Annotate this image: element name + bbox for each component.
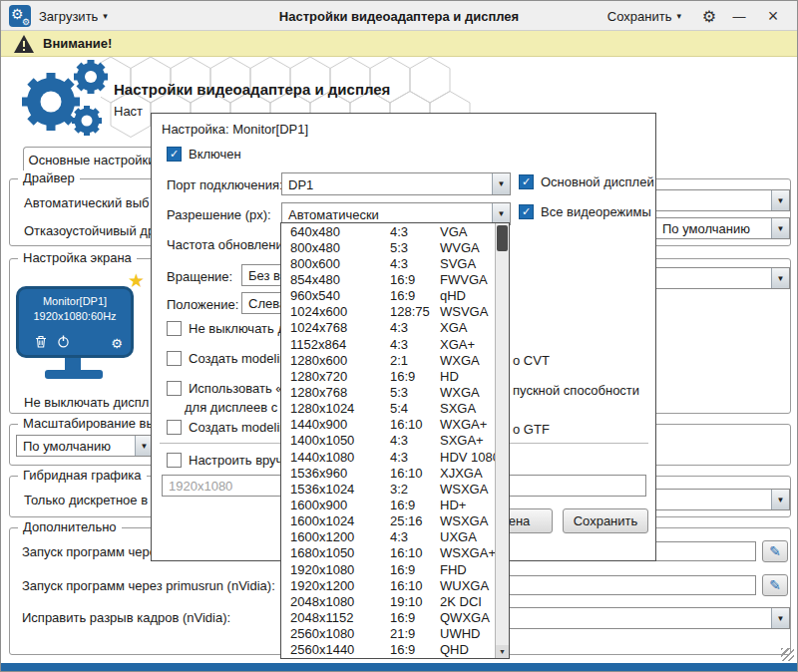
resolution-name: WSXGA — [440, 513, 488, 528]
primusrun-input[interactable] — [501, 575, 756, 595]
resolution-option[interactable]: 1440x1080 4:3 HDV 1080i — [281, 449, 495, 465]
primary-display-checkbox[interactable]: ✓ — [519, 174, 534, 189]
resolution-option[interactable]: 2048x1152 16:9 QWXGA — [281, 609, 495, 625]
scrollbar-thumb[interactable] — [497, 225, 508, 251]
all-modes-row: ✓ Все видеорежимы — [519, 204, 651, 219]
resolution-name: SXGA+ — [440, 433, 484, 448]
app-window: ⚙ ⚙ Загрузить ▾ Настройки видеоадаптера … — [0, 0, 798, 672]
manual-checkbox[interactable] — [167, 453, 182, 468]
screen-top-select[interactable]: ▼ — [655, 267, 790, 289]
resize-grip[interactable] — [781, 648, 794, 661]
scaling-select[interactable]: По умолчанию ▼ — [16, 435, 154, 457]
power-icon[interactable] — [57, 335, 70, 348]
tearing-select[interactable]: ▼ — [501, 607, 790, 629]
resolution-size: 2048x1152 — [290, 610, 390, 625]
dropdown-arrow-icon[interactable]: ▼ — [771, 218, 789, 238]
save-menu-button[interactable]: Сохранить ▾ — [607, 1, 681, 31]
monitor-gear-icon[interactable]: ⚙ — [111, 336, 123, 351]
resolution-option[interactable]: 1280x600 2:1 WXGA — [281, 352, 495, 368]
driver-auto-select[interactable]: ▼ — [655, 189, 790, 211]
load-menu-button[interactable]: Загрузить ▾ — [39, 1, 108, 31]
scrollbar-down-arrow[interactable]: ▼ — [496, 645, 509, 658]
resolution-size: 1400x1050 — [290, 433, 390, 448]
resolution-option[interactable]: 1680x1050 16:10 WSXGA+ — [281, 545, 495, 561]
resolution-name: QHD — [440, 642, 469, 657]
use-cvt-checkbox[interactable] — [167, 381, 182, 396]
resolution-ratio: 5:4 — [390, 401, 440, 416]
hybrid-select[interactable]: ▼ — [655, 489, 790, 510]
scrollbar[interactable]: ▼ — [495, 223, 509, 658]
resolution-option[interactable]: 1600x1024 25:16 WSXGA — [281, 513, 495, 529]
resolution-ratio: 16:9 — [390, 610, 440, 625]
modeline-gtf-checkbox[interactable] — [167, 420, 182, 435]
modeline-gtf-row: Создать modeline — [167, 420, 294, 435]
resolution-name: WSXGA+ — [440, 545, 495, 560]
resolution-option[interactable]: 800x600 4:3 SVGA — [281, 255, 495, 271]
resolution-option[interactable]: 960x540 16:9 qHD — [281, 288, 495, 304]
primary-display-label: Основной дисплей — [541, 174, 654, 189]
resolution-option[interactable]: 1536x960 16:10 XJXGA — [281, 465, 495, 481]
resolution-name: UWHD — [440, 626, 480, 641]
resolution-option[interactable]: 2560x1440 16:9 QHD — [281, 642, 495, 658]
resolution-size: 1440x900 — [290, 417, 390, 432]
resolution-option[interactable]: 1024x600 128:75 WSVGA — [281, 304, 495, 320]
resolution-ratio: 5:3 — [390, 385, 440, 400]
resolution-option[interactable]: 800x480 5:3 WVGA — [281, 239, 495, 255]
resolution-option[interactable]: 1280x768 5:3 WXGA — [281, 384, 495, 400]
star-icon: ★ — [128, 271, 145, 290]
resolution-option[interactable]: 1024x768 4:3 XGA — [281, 320, 495, 336]
resolution-name: WUXGA — [440, 578, 489, 593]
modeline-gtf-label-tail: о GTF — [513, 422, 550, 437]
resolution-option[interactable]: 1600x900 16:9 HD+ — [281, 497, 495, 512]
dropdown-arrow-icon[interactable]: ▼ — [771, 490, 789, 509]
resolution-size: 1920x1080 — [290, 562, 390, 577]
resolution-option[interactable]: 1400x1050 4:3 SXGA+ — [281, 433, 495, 449]
resolution-option[interactable]: 1600x1200 4:3 UXGA — [281, 529, 495, 545]
resolution-option[interactable]: 1152x864 4:3 XGA+ — [281, 336, 495, 352]
resolution-option[interactable]: 1280x720 16:9 HD — [281, 368, 495, 384]
chevron-down-icon: ▾ — [676, 11, 681, 21]
port-select[interactable]: DP1 ▼ — [281, 172, 511, 195]
save-button[interactable]: Сохранить — [563, 508, 648, 533]
monitor-stand-neck — [65, 358, 81, 370]
resolution-ratio: 4:3 — [390, 256, 440, 271]
enabled-label: Включен — [189, 147, 241, 162]
run-programs-edit-button[interactable]: ✎ — [762, 540, 788, 562]
resolution-option[interactable]: 640x480 4:3 VGA — [281, 223, 495, 239]
all-modes-checkbox[interactable]: ✓ — [519, 204, 534, 219]
modeline-cvt-checkbox[interactable] — [167, 351, 182, 366]
dropdown-arrow-icon[interactable]: ▼ — [492, 173, 510, 194]
resolution-dropdown-list: 640x480 4:3 VGA 800x480 5:3 WVGA 800x600… — [280, 222, 510, 659]
dialog-title: Настройка: Monitor[DP1] — [162, 122, 308, 137]
dropdown-arrow-icon[interactable]: ▼ — [492, 203, 510, 224]
dropdown-arrow-icon[interactable]: ▼ — [771, 608, 789, 628]
resolution-option[interactable]: 1920x1080 16:9 FHD — [281, 561, 495, 577]
page-subtitle: Наст — [114, 104, 143, 119]
close-button[interactable]: × — [761, 1, 785, 31]
minimize-button[interactable]: — — [727, 1, 751, 31]
resolution-option[interactable]: 854x480 16:9 FWVGA — [281, 271, 495, 287]
trash-icon[interactable] — [35, 335, 47, 348]
dropdown-arrow-icon[interactable]: ▼ — [771, 268, 789, 288]
resolution-option[interactable]: 2048x1080 19:10 2K DCI — [281, 593, 495, 609]
resolution-option[interactable]: 1280x1024 5:4 SXGA — [281, 401, 495, 417]
primusrun-edit-button[interactable]: ✎ — [762, 574, 788, 596]
monitor-widget[interactable]: Monitor[DP1] 1920x1080:60Hz ⚙ — [16, 286, 134, 358]
settings-gear-button[interactable]: ⚙ — [697, 1, 721, 31]
scaling-value: По умолчанию — [23, 439, 111, 454]
resolution-name: WSXGA — [440, 482, 488, 497]
resolution-option[interactable]: 1536x1024 3:2 WSXGA — [281, 481, 495, 497]
resolution-name: qHD — [440, 288, 466, 303]
dropdown-arrow-icon[interactable]: ▼ — [771, 190, 789, 210]
resolution-option[interactable]: 1440x900 16:10 WXGA+ — [281, 417, 495, 433]
keep-on-checkbox[interactable] — [167, 321, 182, 336]
resolution-name: UXGA — [440, 529, 477, 544]
resolution-option[interactable]: 2560x1080 21:9 UWHD — [281, 626, 495, 642]
driver-failsafe-select[interactable]: По умолчанию ▼ — [655, 217, 790, 239]
resolution-ratio: 128:75 — [390, 304, 440, 319]
enabled-row: ✓ Включен — [167, 147, 241, 162]
resolution-option[interactable]: 1920x1200 16:10 WUXGA — [281, 577, 495, 593]
enabled-checkbox[interactable]: ✓ — [167, 147, 182, 162]
tab-main-settings[interactable]: Основные настройки — [23, 147, 161, 171]
resolution-name: SXGA — [440, 401, 476, 416]
